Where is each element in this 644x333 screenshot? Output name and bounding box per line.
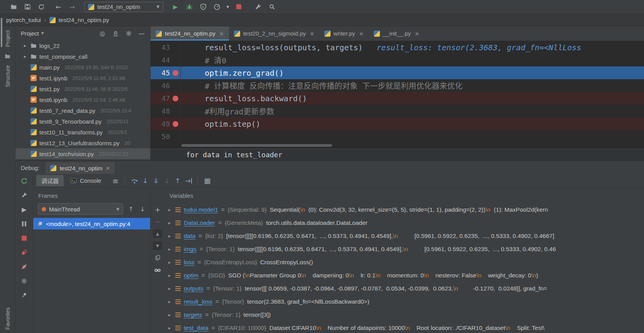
wrench-icon[interactable]: [20, 191, 29, 199]
variable-row[interactable]: ▸ tudui.model1 {Sequential: 9} Sequentia…: [164, 203, 644, 216]
stripe-item-structure[interactable]: Structure: [5, 65, 11, 87]
chevron-right-icon[interactable]: ▸: [167, 312, 172, 318]
gutter[interactable]: 47: [151, 92, 181, 105]
chevron-right-icon[interactable]: ▸: [167, 220, 172, 226]
project-panel-title[interactable]: Project: [21, 30, 39, 37]
line-number[interactable]: 45: [161, 69, 170, 77]
wrench-icon[interactable]: [252, 2, 264, 12]
run-with-coverage-icon[interactable]: [197, 2, 209, 12]
chevron-right-icon[interactable]: ▸: [167, 299, 172, 304]
tree-row[interactable]: test1.py 2022/5/9 11:46, 58 B 2022/5: [15, 83, 150, 94]
resume-program-icon[interactable]: ▶: [20, 205, 29, 214]
variable-row[interactable]: ▸ data {list: 2} [tensor([[[[0.6196, 0.6…: [164, 229, 644, 243]
layout-settings-icon[interactable]: ≡: [111, 177, 120, 185]
step-into-icon[interactable]: ↓: [141, 177, 150, 185]
back-icon[interactable]: ←: [53, 2, 64, 12]
chevron-right-icon[interactable]: ▸: [167, 260, 172, 265]
code-line[interactable]: 50: [151, 130, 644, 143]
close-icon[interactable]: ×: [310, 31, 314, 37]
frame-row-selected[interactable]: <module>, test24_nn_optim.py:4: [33, 218, 150, 229]
tree-row[interactable]: ▸ logs_22: [15, 40, 150, 51]
run-config-selector[interactable]: test24_nn_optim ▼: [84, 2, 163, 12]
code-line-breakpoint[interactable]: 49 optim.step(): [151, 117, 644, 130]
close-icon[interactable]: ×: [105, 165, 110, 171]
run-to-cursor-icon[interactable]: →: [184, 177, 193, 185]
add-watch-icon[interactable]: +: [153, 206, 162, 214]
chevron-right-icon[interactable]: ▸: [167, 207, 172, 212]
stripe-item-favorites[interactable]: Favorites: [5, 308, 11, 330]
chevron-right-icon[interactable]: ▸: [22, 43, 28, 48]
gutter[interactable]: 49: [151, 117, 181, 130]
collapse-all-icon[interactable]: [110, 29, 121, 38]
gutter[interactable]: 45: [151, 66, 181, 79]
smart-step-into-icon[interactable]: ↓: [162, 177, 171, 185]
breakpoint-icon[interactable]: [173, 121, 178, 127]
stripe-item-project[interactable]: Project: [5, 30, 11, 47]
view-breakpoints-icon[interactable]: [20, 248, 29, 257]
gutter[interactable]: 46: [151, 79, 181, 92]
save-icon[interactable]: [22, 2, 33, 12]
line-number[interactable]: 49: [161, 120, 170, 128]
variable-row[interactable]: ▸ result_loss {Tensor} tensor(2.3683, gr…: [164, 295, 644, 308]
variable-row[interactable]: ▸ optim {SGD} SGD (\nParameter Group 0\n…: [164, 269, 644, 282]
code-line[interactable]: 46 # 计算梯度 反向传播：注意反向传播的对象 下一步就是利用优化器来优化: [151, 79, 644, 92]
thread-selector[interactable]: MainThread ▼: [38, 203, 123, 215]
tree-row[interactable]: test12_13_Usefultransforms.py 20: [15, 138, 150, 148]
tab-console[interactable]: Console: [65, 175, 106, 186]
duplicate-watch-icon[interactable]: [153, 253, 162, 262]
settings-gear-icon[interactable]: [20, 277, 29, 285]
tree-row[interactable]: main.py 2022/5/8 19:30, 544 B 2022/: [15, 62, 150, 73]
line-number[interactable]: 48: [161, 107, 170, 115]
breakpoint-icon[interactable]: [173, 70, 178, 76]
editor-tab[interactable]: writer.py ×: [319, 26, 369, 41]
profiler-icon[interactable]: [211, 2, 223, 12]
line-number[interactable]: 44: [161, 56, 170, 64]
debug-session-tab[interactable]: test24_nn_optim ×: [46, 162, 115, 174]
stripe-scrollbar[interactable]: [1, 18, 2, 47]
evaluate-expression-icon[interactable]: ▦: [203, 177, 212, 185]
profiler-chevron-icon[interactable]: ▼: [225, 2, 230, 12]
step-out-icon[interactable]: ↑: [173, 177, 182, 185]
open-icon[interactable]: [8, 2, 19, 12]
rerun-debugger-icon[interactable]: [20, 177, 29, 185]
close-icon[interactable]: ×: [219, 31, 224, 37]
line-number[interactable]: 47: [161, 94, 170, 102]
tab-debugger[interactable]: 调试器: [36, 175, 64, 186]
hide-panel-icon[interactable]: —: [136, 29, 147, 38]
close-icon[interactable]: ×: [415, 31, 419, 37]
show-watches-icon[interactable]: [153, 265, 162, 274]
run-button[interactable]: ▶: [169, 2, 181, 12]
context-line[interactable]: for data in test_loader: [151, 149, 644, 160]
chevron-right-icon[interactable]: ▸: [22, 54, 28, 59]
variable-row[interactable]: ▸ outputs {Tensor: 1} tensor([[ 0.0659, …: [164, 282, 644, 295]
stop-icon[interactable]: [20, 234, 29, 242]
gutter[interactable]: 43: [151, 41, 181, 54]
line-number[interactable]: 50: [161, 133, 170, 141]
forward-icon[interactable]: →: [66, 2, 78, 12]
gutter[interactable]: 48: [151, 105, 181, 117]
gutter[interactable]: 50: [151, 130, 181, 143]
tree-row[interactable]: ▸ test_compose_call: [15, 51, 150, 62]
code-line[interactable]: 48 #利用grad更新参数: [151, 105, 644, 117]
code-line[interactable]: 43 result_loss=loss(outputs, targets)res…: [151, 41, 644, 54]
tree-row-selected[interactable]: test14_torchvision.py 2022/5/12 12: [15, 148, 150, 159]
stripe-folder-icon[interactable]: [5, 53, 10, 59]
code-area[interactable]: 43 result_loss=loss(outputs, targets)res…: [151, 41, 644, 149]
tree-row[interactable]: test6.ipynb 2022/5/9 11:54, 2.46 kB: [15, 94, 150, 105]
breadcrumb-project[interactable]: pytorch_tudui: [6, 17, 41, 23]
tree-row[interactable]: test10_11_transforms.py 2022/5/1: [15, 127, 150, 138]
stop-button[interactable]: [233, 2, 244, 12]
line-number[interactable]: 46: [161, 82, 170, 90]
step-over-icon[interactable]: [130, 177, 139, 185]
mute-breakpoints-icon[interactable]: [20, 262, 29, 271]
editor-tab[interactable]: test20_2_nn_sigmoid.py ×: [229, 26, 319, 41]
variable-row[interactable]: ▸ imgs {Tensor: 1} tensor([[[[0.6196, 0.…: [164, 243, 644, 256]
settings-gear-icon[interactable]: [123, 29, 134, 38]
tree-row[interactable]: test1.ipynb 2022/5/9 11:49, 2.81 kB: [15, 73, 150, 83]
variable-row[interactable]: ▸ loss {CrossEntropyLoss} CrossEntropyLo…: [164, 256, 644, 269]
horizontal-scrollbar[interactable]: [181, 144, 332, 147]
chevron-down-icon[interactable]: ▼: [41, 31, 44, 35]
pin-icon[interactable]: [20, 291, 29, 299]
editor-tab[interactable]: __init__.py ×: [369, 26, 424, 41]
tree-row[interactable]: test6_7_read_data.py 2022/5/9 23:4: [15, 105, 150, 116]
